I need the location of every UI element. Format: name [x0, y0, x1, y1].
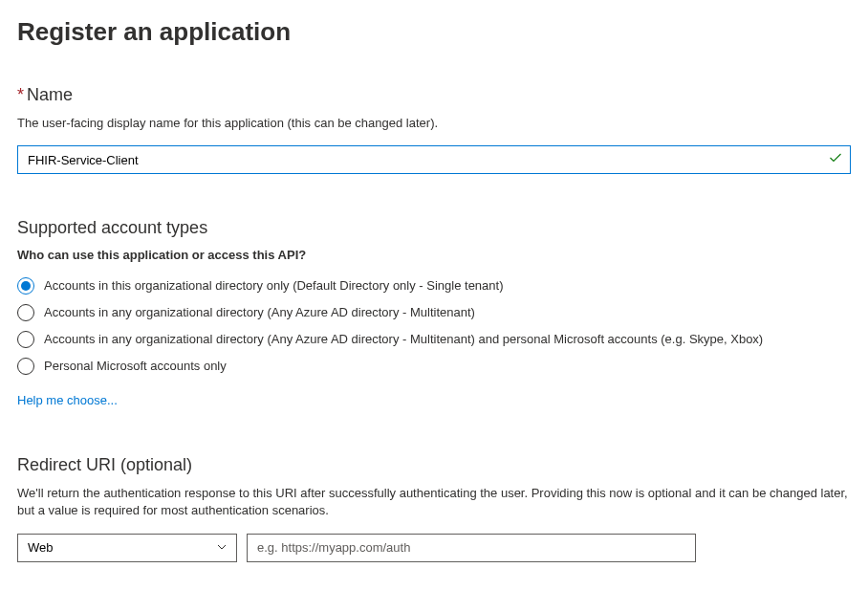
radio-option-multitenant-personal[interactable]: Accounts in any organizational directory… [17, 331, 851, 348]
redirect-uri-description: We'll return the authentication response… [17, 485, 851, 519]
name-label-text: Name [27, 85, 73, 104]
name-section-label: *Name [17, 85, 851, 105]
redirect-uri-input[interactable] [247, 534, 696, 562]
radio-icon [17, 331, 34, 348]
radio-label: Personal Microsoft accounts only [44, 359, 227, 374]
radio-icon [17, 304, 34, 321]
account-types-radio-group: Accounts in this organizational director… [17, 277, 851, 375]
redirect-uri-row: Web [17, 534, 851, 562]
radio-label: Accounts in any organizational directory… [44, 305, 475, 320]
platform-select-wrap: Web [17, 534, 237, 562]
platform-select[interactable]: Web [17, 534, 237, 562]
required-asterisk: * [17, 85, 24, 104]
help-me-choose-link[interactable]: Help me choose... [17, 393, 118, 407]
account-types-heading: Supported account types [17, 218, 851, 238]
radio-icon [17, 358, 34, 375]
radio-option-multitenant[interactable]: Accounts in any organizational directory… [17, 304, 851, 321]
radio-option-single-tenant[interactable]: Accounts in this organizational director… [17, 277, 851, 295]
name-input-wrap [17, 145, 851, 174]
redirect-uri-heading: Redirect URI (optional) [17, 455, 851, 475]
radio-label: Accounts in this organizational director… [44, 278, 504, 294]
name-description: The user-facing display name for this ap… [17, 115, 851, 132]
page-title: Register an application [17, 17, 851, 47]
account-types-question: Who can use this application or access t… [17, 248, 851, 262]
name-input[interactable] [17, 145, 851, 174]
radio-option-personal-only[interactable]: Personal Microsoft accounts only [17, 358, 851, 375]
radio-icon [17, 277, 34, 295]
radio-label: Accounts in any organizational directory… [44, 332, 763, 347]
